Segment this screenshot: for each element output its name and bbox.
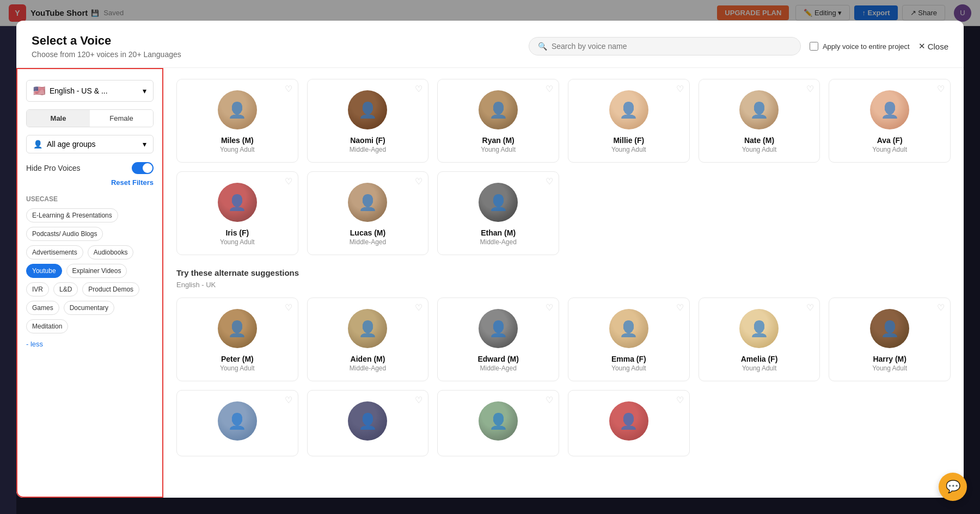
usecase-tag-l-d[interactable]: L&D [53, 282, 78, 296]
male-gender-button[interactable]: Male [27, 110, 90, 127]
favorite-button-ryan[interactable]: ♡ [546, 84, 553, 94]
voice-card-ryan[interactable]: ♡👤Ryan (M)Young Adult [437, 79, 559, 163]
voice-name-ava: Ava (F) [877, 136, 903, 145]
flag-icon: 🇺🇸 [33, 85, 45, 97]
avatar-face-ryan: 👤 [479, 90, 518, 129]
avatar-edward: 👤 [479, 309, 518, 348]
usecase-tag-youtube[interactable]: Youtube [26, 264, 62, 278]
voice-name-iris: Iris (F) [225, 228, 249, 237]
favorite-button-bottom4[interactable]: ♡ [676, 395, 684, 405]
voice-card-edward[interactable]: ♡👤Edward (M)Middle-Aged [437, 298, 559, 381]
reset-filters-button[interactable]: Reset Filters [26, 178, 154, 187]
favorite-button-emma[interactable]: ♡ [676, 302, 684, 313]
language-selector[interactable]: 🇺🇸 English - US & ... ▾ [26, 80, 154, 102]
usecase-tag-meditation[interactable]: Meditation [26, 319, 68, 333]
voice-card-harry[interactable]: ♡👤Harry (M)Young Adult [829, 298, 951, 381]
voice-card-emma[interactable]: ♡👤Emma (F)Young Adult [568, 298, 690, 381]
favorite-button-edward[interactable]: ♡ [546, 302, 553, 313]
voice-card-bottom4[interactable]: ♡👤 [568, 390, 690, 456]
avatar-bottom4: 👤 [609, 401, 648, 441]
avatar-aiden: 👤 [348, 309, 387, 348]
usecase-tag-e-learning---presentations[interactable]: E-Learning & Presentations [26, 208, 118, 222]
favorite-button-millie[interactable]: ♡ [676, 84, 684, 94]
avatar-face-bottom3: 👤 [479, 401, 518, 441]
avatar-emma: 👤 [609, 309, 648, 348]
voice-card-amelia[interactable]: ♡👤Amelia (F)Young Adult [699, 298, 820, 381]
avatar-face-naomi: 👤 [348, 90, 387, 129]
voice-card-ava[interactable]: ♡👤Ava (F)Young Adult [829, 79, 951, 163]
user-icon: 👤 [33, 140, 42, 148]
voice-card-bottom1[interactable]: ♡👤 [176, 390, 298, 456]
apply-voice-label[interactable]: Apply voice to entire project [810, 42, 910, 51]
voice-age-miles: Young Adult [220, 146, 255, 153]
voice-card-peter[interactable]: ♡👤Peter (M)Young Adult [176, 298, 298, 381]
avatar-face-peter: 👤 [218, 309, 257, 348]
favorite-button-ethan[interactable]: ♡ [546, 176, 553, 187]
voice-name-emma: Emma (F) [611, 355, 646, 363]
primary-voices-grid: ♡👤Miles (M)Young Adult♡👤Naomi (F)Middle-… [176, 79, 951, 255]
search-bar[interactable]: 🔍 [529, 37, 801, 55]
favorite-button-bottom3[interactable]: ♡ [546, 395, 553, 405]
favorite-button-bottom1[interactable]: ♡ [285, 395, 292, 405]
voice-name-ethan: Ethan (M) [481, 228, 516, 237]
voice-card-aiden[interactable]: ♡👤Aiden (M)Middle-Aged [307, 298, 429, 381]
usecase-tag-advertisements[interactable]: Advertisements [26, 245, 83, 259]
age-group-selector[interactable]: 👤 All age groups ▾ [26, 135, 154, 153]
favorite-button-miles[interactable]: ♡ [285, 84, 292, 94]
favorite-button-nate[interactable]: ♡ [806, 84, 814, 94]
avatar-naomi: 👤 [348, 90, 387, 129]
usecase-tag-podcasts--audio-blogs[interactable]: Podcasts/ Audio Blogs [26, 227, 103, 241]
voice-card-miles[interactable]: ♡👤Miles (M)Young Adult [176, 79, 298, 163]
chat-button[interactable]: 💬 [939, 473, 967, 501]
favorite-button-iris[interactable]: ♡ [285, 176, 292, 187]
voice-age-peter: Young Adult [220, 364, 255, 372]
voice-name-peter: Peter (M) [221, 355, 254, 363]
avatar-face-miles: 👤 [218, 90, 257, 129]
voice-name-naomi: Naomi (F) [350, 136, 385, 145]
voice-age-ryan: Young Adult [481, 146, 516, 153]
voice-age-lucas: Middle-Aged [350, 238, 386, 246]
usecase-tag-games[interactable]: Games [26, 301, 59, 315]
favorite-button-lucas[interactable]: ♡ [415, 176, 422, 187]
modal-header: Select a Voice Choose from 120+ voices i… [16, 21, 964, 68]
avatar-amelia: 👤 [739, 309, 779, 348]
voice-card-bottom3[interactable]: ♡👤 [437, 390, 559, 456]
apply-voice-checkbox[interactable] [810, 42, 818, 51]
usecase-tags: E-Learning & PresentationsPodcasts/ Audi… [26, 208, 154, 333]
voice-card-iris[interactable]: ♡👤Iris (F)Young Adult [176, 171, 298, 255]
usecase-tag-product-demos[interactable]: Product Demos [82, 282, 139, 296]
favorite-button-aiden[interactable]: ♡ [415, 302, 422, 313]
voice-age-harry: Young Adult [872, 364, 907, 372]
favorite-button-naomi[interactable]: ♡ [415, 84, 422, 94]
usecase-tag-ivr[interactable]: IVR [26, 282, 49, 296]
voice-card-bottom2[interactable]: ♡👤 [307, 390, 429, 456]
voice-card-millie[interactable]: ♡👤Millie (F)Young Adult [568, 79, 690, 163]
usecase-tag-explainer-videos[interactable]: Explainer Videos [66, 264, 127, 278]
voice-card-naomi[interactable]: ♡👤Naomi (F)Middle-Aged [307, 79, 429, 163]
avatar-face-aiden: 👤 [348, 309, 387, 348]
voice-age-naomi: Middle-Aged [350, 146, 386, 153]
close-button[interactable]: ✕ Close [918, 41, 948, 51]
favorite-button-harry[interactable]: ♡ [937, 302, 945, 313]
less-button[interactable]: - less [26, 340, 43, 348]
avatar-millie: 👤 [609, 90, 648, 129]
female-gender-button[interactable]: Female [90, 110, 153, 127]
favorite-button-peter[interactable]: ♡ [285, 302, 292, 313]
main-content: ♡👤Miles (M)Young Adult♡👤Naomi (F)Middle-… [163, 68, 964, 498]
search-input[interactable] [552, 42, 792, 51]
usecase-tag-documentary[interactable]: Documentary [64, 301, 114, 315]
voice-age-emma: Young Adult [611, 364, 646, 372]
voice-card-nate[interactable]: ♡👤Nate (M)Young Adult [699, 79, 820, 163]
voice-card-ethan[interactable]: ♡👤Ethan (M)Middle-Aged [437, 171, 559, 255]
voice-age-aiden: Middle-Aged [350, 364, 386, 372]
avatar-harry: 👤 [870, 309, 909, 348]
favorite-button-bottom2[interactable]: ♡ [415, 395, 422, 405]
avatar-ethan: 👤 [479, 183, 518, 222]
voice-name-amelia: Amelia (F) [741, 355, 778, 363]
avatar-bottom1: 👤 [218, 401, 257, 441]
voice-card-lucas[interactable]: ♡👤Lucas (M)Middle-Aged [307, 171, 429, 255]
favorite-button-ava[interactable]: ♡ [937, 84, 945, 94]
favorite-button-amelia[interactable]: ♡ [806, 302, 814, 313]
hide-pro-toggle[interactable] [132, 162, 154, 174]
usecase-tag-audiobooks[interactable]: Audiobooks [88, 245, 134, 259]
